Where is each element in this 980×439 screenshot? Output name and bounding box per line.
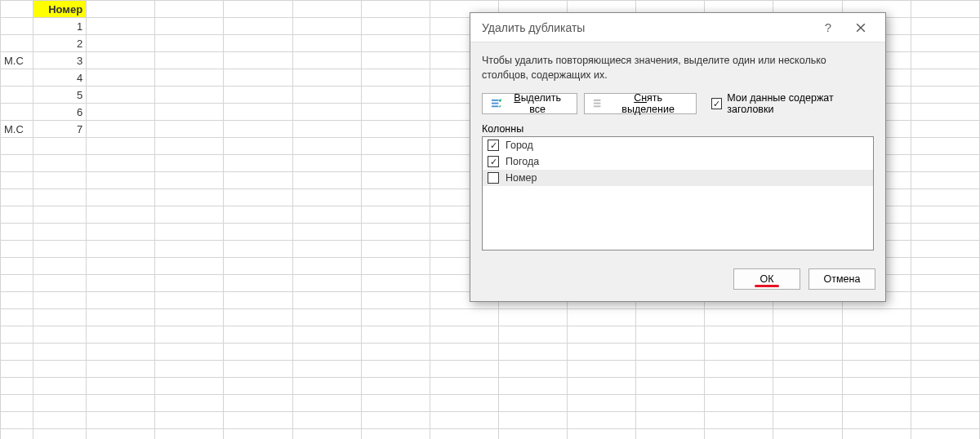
help-button[interactable]: ? bbox=[812, 16, 844, 39]
svg-rect-6 bbox=[594, 103, 600, 104]
cancel-button[interactable]: Отмена bbox=[808, 268, 875, 290]
cell[interactable] bbox=[1, 35, 33, 52]
unselect-all-icon bbox=[593, 98, 604, 109]
cell[interactable]: 4 bbox=[33, 69, 86, 86]
svg-rect-7 bbox=[594, 105, 600, 107]
cell[interactable] bbox=[1, 69, 33, 86]
column-label: Номер bbox=[506, 172, 537, 184]
column-label: Погода bbox=[506, 156, 539, 167]
cell[interactable]: 2 bbox=[33, 35, 86, 52]
columns-label: Колонны bbox=[482, 123, 874, 135]
cell[interactable]: 7 bbox=[33, 121, 86, 138]
remove-duplicates-dialog: Удалить дубликаты ? Чтобы удалить повтор… bbox=[470, 12, 886, 302]
svg-rect-5 bbox=[594, 100, 600, 101]
columns-listbox[interactable]: Город Погода Номер bbox=[482, 136, 874, 251]
column-item-nomer[interactable]: Номер bbox=[483, 170, 873, 186]
cell[interactable] bbox=[1, 18, 33, 35]
highlight-underline-icon bbox=[755, 285, 779, 287]
ok-label: ОК bbox=[760, 273, 773, 285]
select-all-label: Выделить все bbox=[506, 92, 568, 115]
dialog-titlebar[interactable]: Удалить дубликаты ? bbox=[470, 13, 885, 42]
checkbox-icon bbox=[711, 98, 722, 109]
checkbox-icon[interactable] bbox=[488, 156, 499, 167]
checkbox-icon[interactable] bbox=[488, 140, 499, 151]
dialog-title: Удалить дубликаты bbox=[482, 21, 812, 34]
cell[interactable] bbox=[1, 86, 33, 104]
cell[interactable]: 5 bbox=[33, 86, 86, 104]
cell[interactable] bbox=[1, 104, 33, 121]
svg-rect-3 bbox=[492, 103, 498, 104]
header-cell-nomer[interactable]: Номер bbox=[33, 1, 86, 18]
dialog-instructions: Чтобы удалить повторяющиеся значения, вы… bbox=[482, 54, 874, 82]
unselect-all-label: Снять выделение bbox=[608, 92, 688, 115]
cell[interactable]: 1 bbox=[33, 18, 86, 35]
checkbox-icon[interactable] bbox=[488, 172, 499, 184]
cell[interactable] bbox=[1, 1, 33, 18]
close-button[interactable] bbox=[844, 16, 877, 39]
has-headers-checkbox[interactable]: Мои данные содержат заголовки bbox=[711, 92, 874, 115]
cell[interactable]: 3 bbox=[33, 52, 86, 69]
has-headers-label: Мои данные содержат заголовки bbox=[727, 92, 874, 115]
cell[interactable]: М.С bbox=[1, 52, 33, 69]
close-icon bbox=[856, 23, 866, 33]
column-item-pogoda[interactable]: Погода bbox=[483, 153, 873, 170]
column-label: Город bbox=[506, 140, 533, 151]
column-item-gorod[interactable]: Город bbox=[483, 137, 873, 153]
svg-rect-4 bbox=[492, 105, 498, 107]
unselect-all-button[interactable]: Снять выделение bbox=[584, 93, 697, 114]
select-all-icon bbox=[491, 98, 501, 109]
cell[interactable]: 6 bbox=[33, 104, 86, 121]
select-all-button[interactable]: Выделить все bbox=[482, 93, 577, 114]
cell[interactable]: М.С bbox=[1, 121, 33, 138]
svg-rect-2 bbox=[492, 100, 498, 101]
ok-button[interactable]: ОК bbox=[733, 268, 800, 290]
